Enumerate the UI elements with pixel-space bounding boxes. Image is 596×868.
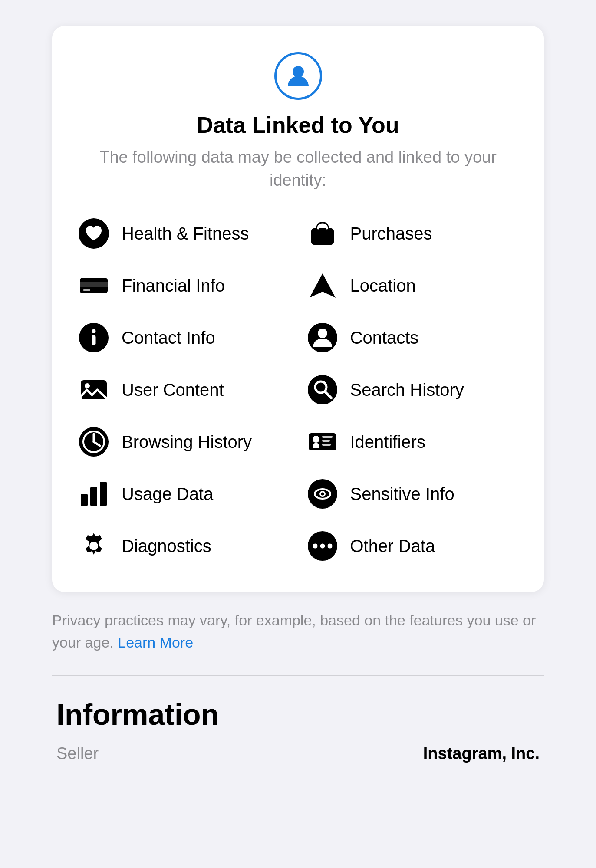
svg-rect-5: [80, 282, 108, 287]
data-linked-card: Data Linked to You The following data ma…: [52, 26, 544, 592]
svg-rect-27: [81, 494, 88, 506]
data-item-purchases: Purchases: [307, 218, 518, 249]
information-title: Information: [56, 697, 540, 731]
svg-point-33: [321, 493, 324, 496]
user-content-label: User Content: [122, 380, 224, 400]
data-grid: Health & Fitness Purchases Financial Inf…: [78, 218, 518, 562]
data-item-financial-info: Financial Info: [78, 270, 290, 301]
browsing-history-label: Browsing History: [122, 432, 252, 452]
svg-rect-13: [81, 380, 107, 399]
svg-point-34: [89, 542, 98, 550]
id-card-icon: [307, 426, 338, 457]
heart-icon: [78, 218, 109, 249]
svg-rect-25: [322, 440, 330, 442]
bag-icon: [307, 218, 338, 249]
location-arrow-icon: [307, 270, 338, 301]
person-icon: [285, 63, 311, 89]
data-item-usage-data: Usage Data: [78, 478, 290, 510]
privacy-note: Privacy practices may vary, for example,…: [52, 609, 544, 654]
data-item-contact-info: Contact Info: [78, 322, 290, 353]
section-divider: [52, 675, 544, 676]
svg-point-0: [293, 66, 304, 77]
data-item-location: Location: [307, 270, 518, 301]
data-item-identifiers: Identifiers: [307, 426, 518, 457]
card-subtitle: The following data may be collected and …: [78, 146, 518, 192]
sensitive-info-label: Sensitive Info: [350, 484, 454, 504]
svg-point-23: [313, 436, 319, 443]
svg-marker-7: [310, 273, 336, 298]
clock-icon: [78, 426, 109, 457]
card-title: Data Linked to You: [78, 112, 518, 138]
seller-row: Seller Instagram, Inc.: [56, 744, 540, 763]
contacts-icon: [307, 322, 338, 353]
person-icon-wrapper: [274, 52, 322, 100]
credit-card-icon: [78, 270, 109, 301]
data-item-browsing-history: Browsing History: [78, 426, 290, 457]
identifiers-label: Identifiers: [350, 432, 425, 452]
contact-info-label: Contact Info: [122, 328, 215, 348]
purchases-label: Purchases: [350, 224, 432, 243]
seller-value: Instagram, Inc.: [423, 744, 540, 763]
svg-rect-26: [322, 444, 331, 446]
svg-point-36: [313, 544, 317, 549]
svg-point-38: [327, 544, 332, 549]
svg-point-15: [308, 375, 337, 404]
financial-info-label: Financial Info: [122, 276, 225, 296]
svg-rect-28: [90, 487, 97, 506]
svg-rect-6: [83, 289, 90, 291]
svg-rect-24: [322, 436, 333, 438]
search-history-label: Search History: [350, 380, 464, 400]
data-item-sensitive-info: Sensitive Info: [307, 478, 518, 510]
search-icon: [307, 374, 338, 405]
gear-icon: [78, 530, 109, 562]
seller-label: Seller: [56, 744, 99, 763]
svg-point-37: [320, 544, 325, 549]
location-label: Location: [350, 276, 416, 296]
svg-rect-3: [311, 228, 334, 245]
learn-more-link[interactable]: Learn More: [118, 634, 193, 651]
usage-data-label: Usage Data: [122, 484, 213, 504]
contacts-label: Contacts: [350, 328, 419, 348]
info-circle-icon: [78, 322, 109, 353]
eye-icon: [307, 478, 338, 510]
svg-point-12: [318, 329, 327, 338]
other-data-label: Other Data: [350, 536, 435, 556]
data-item-diagnostics: Diagnostics: [78, 530, 290, 562]
dots-icon: [307, 530, 338, 562]
information-section: Information Seller Instagram, Inc.: [52, 697, 544, 763]
diagnostics-label: Diagnostics: [122, 536, 211, 556]
svg-point-14: [85, 383, 90, 388]
card-header: Data Linked to You The following data ma…: [78, 52, 518, 192]
data-item-other-data: Other Data: [307, 530, 518, 562]
svg-rect-10: [92, 335, 96, 345]
data-item-user-content: User Content: [78, 374, 290, 405]
data-item-contacts: Contacts: [307, 322, 518, 353]
data-item-health-fitness: Health & Fitness: [78, 218, 290, 249]
svg-rect-29: [100, 482, 107, 506]
data-item-search-history: Search History: [307, 374, 518, 405]
health-fitness-label: Health & Fitness: [122, 224, 249, 243]
svg-point-9: [92, 329, 96, 333]
image-icon: [78, 374, 109, 405]
bar-chart-icon: [78, 478, 109, 510]
